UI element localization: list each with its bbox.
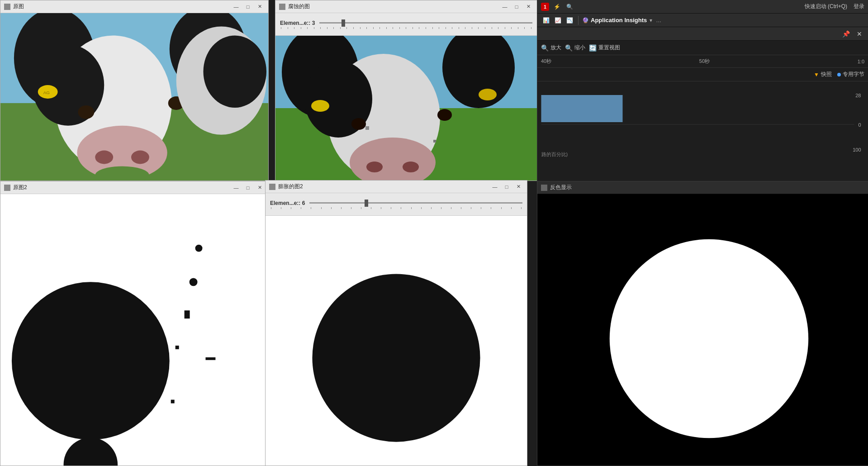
minimize-btn-original2[interactable]: — xyxy=(231,184,241,192)
close-btn-dilated2[interactable]: ✕ xyxy=(513,183,523,191)
ticks-dilated2 xyxy=(270,207,522,209)
tick xyxy=(481,207,481,209)
tick xyxy=(314,27,314,29)
svg-point-34 xyxy=(195,245,203,252)
slider-container-eroded: Elemen...e:: 3 xyxy=(275,13,537,36)
maximize-btn-eroded[interactable]: □ xyxy=(512,3,522,11)
tick xyxy=(406,27,406,29)
cow-image-eroded xyxy=(275,36,537,181)
maximize-btn-original[interactable]: □ xyxy=(243,3,253,11)
tick xyxy=(451,207,451,209)
slider-input-eroded[interactable] xyxy=(319,22,532,24)
panel-icon-chart[interactable]: 📈 xyxy=(553,15,563,25)
close-btn-eroded[interactable]: ✕ xyxy=(523,3,533,11)
window-dilated2: 膨胀的图2 — □ ✕ Elemen...e:: 6 xyxy=(265,180,527,466)
tick xyxy=(471,207,471,209)
zoom-in-btn[interactable]: 🔍 放大 xyxy=(541,44,561,52)
reset-view-btn[interactable]: 🔄 重置视图 xyxy=(589,44,620,52)
app-insights-title: Application Insights xyxy=(591,17,647,24)
timeline-t1: 40秒 xyxy=(541,58,551,65)
tick xyxy=(511,27,512,29)
ticks-eroded xyxy=(280,27,532,29)
svg-point-28 xyxy=(311,100,329,112)
panel-icon-btn-2[interactable]: 🔍 xyxy=(564,2,574,12)
app-insights-dots[interactable]: … xyxy=(656,17,661,24)
login-label[interactable]: 登录 xyxy=(854,3,864,10)
svg-point-9 xyxy=(78,105,94,119)
minimize-btn-eroded[interactable]: — xyxy=(500,3,510,11)
tick xyxy=(351,207,351,209)
tick xyxy=(386,27,387,29)
reset-label: 重置视图 xyxy=(598,44,620,52)
tick xyxy=(353,27,354,29)
tick xyxy=(472,27,472,29)
tick xyxy=(333,27,334,29)
tick xyxy=(288,27,288,29)
maximize-btn-original2[interactable]: □ xyxy=(243,184,253,192)
tick xyxy=(331,207,332,209)
panel-action-row: 🔍 放大 🔍 缩小 🔄 重置视图 xyxy=(537,41,868,55)
panel-toolbar-top: 1 ⚡ 🔍 快速启动 (Ctrl+Q) 登录 xyxy=(537,0,868,14)
svg-rect-31 xyxy=(433,140,436,143)
slider-input-dilated2[interactable] xyxy=(309,202,522,204)
svg-point-33 xyxy=(12,282,170,440)
panel-toolbar-insights: 📊 📈 📉 🔮 Application Insights ▾ … xyxy=(537,14,868,27)
panel-options-row: ▼ 快照 专用字节 xyxy=(537,68,868,81)
chart-y-mid: 0 xyxy=(858,122,861,128)
window-icon-invert xyxy=(541,185,547,191)
tick xyxy=(505,27,505,29)
panel-close-btn[interactable]: ✕ xyxy=(854,29,864,39)
svg-point-24 xyxy=(366,162,383,172)
tick xyxy=(524,27,525,29)
window-eroded: 腐蚀的图 — □ ✕ Elemen...e:: 3 xyxy=(275,0,537,181)
titlebar-invert: 反色显示 xyxy=(537,181,868,194)
tick xyxy=(498,27,498,29)
svg-rect-36 xyxy=(185,310,190,319)
close-btn-original[interactable]: ✕ xyxy=(255,3,265,11)
panel-icon-monitor[interactable]: 📊 xyxy=(541,15,551,25)
tick xyxy=(478,27,479,29)
reset-icon: 🔄 xyxy=(589,44,597,52)
cow-image-original: AG xyxy=(0,13,268,181)
app-insights-dropdown[interactable]: ▾ xyxy=(650,17,652,24)
tick xyxy=(281,27,281,29)
tick xyxy=(521,207,522,209)
close-btn-original2[interactable]: ✕ xyxy=(255,184,265,192)
tick xyxy=(321,207,322,209)
svg-point-42 xyxy=(312,274,480,442)
tick xyxy=(491,207,491,209)
minimize-btn-original[interactable]: — xyxy=(231,3,241,11)
tick xyxy=(393,27,393,29)
notification-badge: 1 xyxy=(541,3,549,11)
fast-icon: ▼ xyxy=(814,71,819,78)
zoom-out-label: 缩小 xyxy=(574,44,585,52)
svg-point-27 xyxy=(437,109,452,121)
chart-svg: 28 0 路的百分比) 100 xyxy=(537,81,868,163)
tick xyxy=(281,207,281,209)
maximize-btn-dilated2[interactable]: □ xyxy=(502,183,512,191)
tick xyxy=(465,27,465,29)
slider-label-dilated2: Elemen...e:: 6 xyxy=(270,200,305,206)
zoom-out-btn[interactable]: 🔍 缩小 xyxy=(565,44,585,52)
slider-container-dilated2: Elemen...e:: 6 xyxy=(266,193,527,216)
quick-start-label: 快速启动 (Ctrl+Q) xyxy=(577,3,847,10)
panel-icon-btn-1[interactable]: ⚡ xyxy=(552,2,562,12)
tick xyxy=(419,27,419,29)
window-original2: 原图2 — □ ✕ xyxy=(0,181,269,466)
chart-y-max: 28 xyxy=(855,93,861,98)
zoom-out-icon: 🔍 xyxy=(565,44,573,52)
window-controls-original2: — □ ✕ xyxy=(231,184,265,192)
tick xyxy=(271,207,271,209)
tick xyxy=(381,207,381,209)
title-original2: 原图2 xyxy=(13,184,231,191)
panel-icon-data[interactable]: 📉 xyxy=(564,15,574,25)
minimize-btn-dilated2[interactable]: — xyxy=(490,183,500,191)
svg-rect-38 xyxy=(205,357,215,360)
content-original2 xyxy=(0,194,268,466)
panel-pin-btn[interactable]: 📌 xyxy=(841,29,851,39)
svg-point-8 xyxy=(131,151,149,164)
tick xyxy=(511,207,512,209)
tick xyxy=(291,207,291,209)
tick xyxy=(340,27,341,29)
tick xyxy=(401,207,401,209)
